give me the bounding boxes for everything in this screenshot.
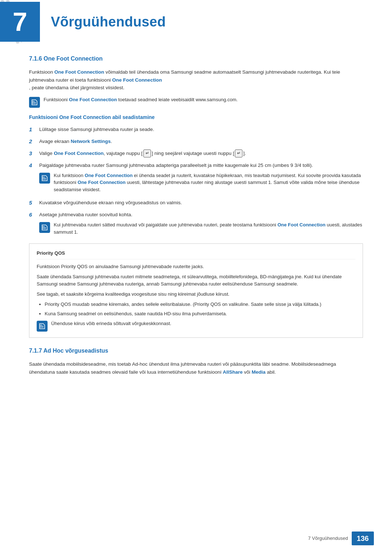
priority-qos-box: Priority QOS Funktsioon Priority QOS on … [29, 243, 363, 338]
section-716-intro: Funktsioon One Foot Connection võimaldab… [29, 68, 363, 92]
footer-page-number: 136 [352, 532, 374, 545]
priority-text-3: See tagab, et saaksite kõrgeima kvalitee… [37, 291, 355, 298]
priority-note: Ühenduse kiirus võib erineda sõltuvalt v… [37, 320, 355, 332]
bullet-1: Priority QOS muudab seadme kiiremaks, an… [45, 301, 355, 308]
steps-list: 1 Lülitage sisse Samsungi juhtmevaba ruu… [29, 126, 363, 238]
chapter-number: 7 [13, 9, 27, 35]
step-1-text: Lülitage sisse Samsungi juhtmevaba ruute… [39, 126, 363, 134]
chapter-title: Võrguühendused [51, 12, 166, 32]
section-717-text: Saate ühendada mobiilsideseadme, mis toe… [29, 360, 363, 376]
step-4-note: Kui funktsioon One Foot Connection ei üh… [39, 172, 363, 193]
section-717-heading: 7.1.7 Ad Hoc võrguseadistus [29, 348, 108, 354]
step-3: 3 Valige One Foot Connection, vajutage n… [29, 149, 363, 158]
priority-text-2: Saate ühendada Samsungi juhtmevaba ruute… [37, 273, 355, 288]
priority-bullets: Priority QOS muudab seadme kiiremaks, an… [37, 301, 355, 317]
step-4: 4 Paigaldage juhtmevaba ruuter Samsungi … [29, 161, 363, 196]
step-2: 2 Avage ekraan Network Settings. [29, 138, 363, 146]
subsection-heading: Funktsiooni One Foot Connection abil sea… [29, 114, 155, 120]
priority-box-title: Priority QOS [37, 250, 355, 259]
chapter-number-block: 7 [0, 2, 40, 42]
step-5: 5 Kuvatakse võrguühenduse ekraan ning võ… [29, 199, 363, 207]
note-box-1: Funktsiooni One Foot Connection toetavad… [29, 96, 363, 108]
step-6-note: Kui juhtmevaba ruuteri sätted muutuvad v… [39, 221, 363, 235]
bullet-2: Kuna Samsung seadmel on eelisühendus, sa… [45, 310, 355, 317]
note-1-text: Funktsiooni One Foot Connection toetavad… [44, 96, 238, 103]
section-716-heading: 7.1.6 One Foot Connection [29, 56, 103, 62]
footer-chapter-text: 7 Võrguühendused [308, 535, 348, 542]
note-icon-priority [37, 321, 48, 332]
note-icon-step4 [39, 173, 50, 184]
note-icon-step6 [39, 222, 50, 233]
button-icon-1: ↵ [143, 149, 151, 157]
note-icon-1 [29, 97, 40, 108]
priority-note-text: Ühenduse kiirus võib erineda sõltuvalt v… [51, 320, 171, 327]
step-6: 6 Asetage juhtmevaba ruuter soovitud koh… [29, 211, 363, 238]
priority-text-1: Funktsioon Priority QOS on ainulaadne Sa… [37, 263, 355, 270]
step-1: 1 Lülitage sisse Samsungi juhtmevaba ruu… [29, 126, 363, 134]
button-icon-2: ↵ [235, 149, 242, 157]
page-footer: 7 Võrguühendused 136 [308, 532, 374, 545]
